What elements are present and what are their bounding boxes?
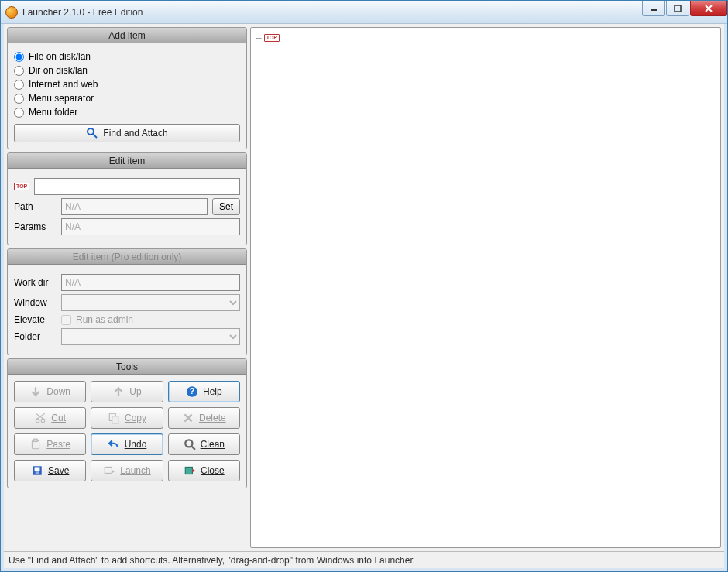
up-label: Up — [129, 386, 141, 397]
undo-button[interactable]: Undo — [91, 433, 163, 455]
radio-menu-folder-input[interactable] — [14, 108, 24, 118]
set-button[interactable]: Set — [212, 198, 240, 215]
radio-file-on-disk-label: File on disk/lan — [29, 51, 91, 62]
svg-rect-11 — [112, 416, 118, 423]
tree-top-badge-icon: TOP — [264, 34, 280, 42]
window-select — [61, 294, 240, 311]
close-tool-button[interactable]: Close — [168, 460, 240, 481]
svg-rect-20 — [185, 467, 192, 474]
radio-file-on-disk-input[interactable] — [14, 52, 24, 62]
top-badge-icon: TOP — [14, 183, 29, 190]
radio-menu-folder[interactable]: Menu folder — [14, 105, 240, 119]
up-button[interactable]: Up — [91, 381, 163, 402]
tree-view[interactable]: ····· TOP — [250, 27, 721, 548]
launch-button[interactable]: Launch — [91, 460, 163, 481]
tools-header: Tools — [8, 359, 246, 375]
edit-item-pro-header: Edit item (Pro edition only) — [8, 249, 246, 265]
svg-line-5 — [93, 134, 97, 138]
add-item-header: Add item — [8, 28, 246, 43]
window-title: Launcher 2.1.0 - Free Edition — [22, 7, 641, 18]
help-icon: ? — [186, 385, 198, 398]
clean-icon — [184, 438, 196, 450]
edit-item-pro-panel: Edit item (Pro edition only) Work dir Wi… — [7, 248, 247, 355]
radio-separator-input[interactable] — [14, 94, 24, 104]
paste-button[interactable]: Paste — [14, 433, 86, 455]
paste-label: Paste — [46, 439, 70, 450]
run-admin-checkbox — [61, 315, 71, 325]
svg-rect-18 — [36, 471, 39, 474]
minimize-button[interactable] — [642, 1, 665, 16]
radio-internet-label: Internet and web — [29, 79, 98, 90]
titlebar: Launcher 2.1.0 - Free Edition — [1, 1, 727, 24]
params-input[interactable] — [61, 218, 240, 235]
cut-button[interactable]: Cut — [14, 407, 86, 429]
help-button[interactable]: ? Help — [168, 381, 240, 402]
radio-dir-on-disk[interactable]: Dir on disk/lan — [14, 63, 240, 77]
close-button[interactable] — [690, 1, 727, 16]
app-icon — [5, 6, 18, 19]
cut-label: Cut — [51, 413, 66, 423]
run-admin-label: Run as admin — [76, 314, 133, 325]
copy-label: Copy — [125, 413, 146, 423]
radio-menu-folder-label: Menu folder — [29, 107, 77, 118]
maximize-button[interactable] — [666, 1, 689, 16]
launch-icon — [103, 464, 115, 477]
status-text: Use "Find and Attach" to add shortcuts. … — [9, 555, 415, 566]
close-tool-label: Close — [201, 465, 225, 476]
save-icon — [31, 464, 43, 477]
tools-panel: Tools Down Up ? — [7, 358, 247, 488]
radio-internet[interactable]: Internet and web — [14, 77, 240, 91]
svg-text:?: ? — [190, 386, 195, 396]
copy-icon — [108, 412, 120, 424]
item-name-input[interactable] — [34, 178, 240, 195]
clean-label: Clean — [201, 439, 225, 450]
save-label: Save — [48, 465, 69, 476]
delete-button[interactable]: Delete — [168, 407, 240, 429]
down-label: Down — [46, 386, 70, 397]
copy-button[interactable]: Copy — [91, 407, 163, 429]
radio-file-on-disk[interactable]: File on disk/lan — [14, 50, 240, 63]
workdir-input — [61, 274, 240, 291]
add-item-panel: Add item File on disk/lan Dir on disk/la… — [7, 27, 247, 149]
svg-rect-13 — [34, 439, 38, 441]
app-window: Launcher 2.1.0 - Free Edition Add item — [0, 0, 728, 572]
tree-root-item[interactable]: ····· TOP — [256, 33, 280, 43]
radio-separator-label: Menu separator — [29, 93, 94, 104]
search-icon — [86, 127, 98, 139]
svg-rect-19 — [105, 467, 112, 473]
svg-rect-17 — [35, 467, 40, 471]
statusbar: Use "Find and Attach" to add shortcuts. … — [4, 551, 724, 568]
delete-label: Delete — [199, 413, 226, 423]
left-pane: Add item File on disk/lan Dir on disk/la… — [7, 27, 247, 548]
clean-button[interactable]: Clean — [168, 433, 240, 455]
svg-rect-1 — [675, 5, 681, 12]
path-input[interactable] — [61, 198, 208, 215]
path-label: Path — [14, 201, 57, 212]
edit-item-panel: Edit item TOP Path Set Params — [7, 152, 247, 245]
save-button[interactable]: Save — [14, 460, 86, 481]
radio-internet-input[interactable] — [14, 80, 24, 90]
arrow-down-icon — [29, 385, 42, 398]
params-label: Params — [14, 221, 57, 232]
window-label: Window — [14, 297, 57, 308]
folder-select — [61, 328, 240, 345]
svg-point-4 — [88, 128, 94, 135]
undo-label: Undo — [125, 439, 147, 450]
main-split: Add item File on disk/lan Dir on disk/la… — [4, 24, 724, 551]
delete-icon — [182, 412, 194, 424]
launch-label: Launch — [120, 465, 150, 476]
undo-icon — [108, 438, 120, 450]
help-label: Help — [203, 386, 222, 397]
client-area: Add item File on disk/lan Dir on disk/la… — [1, 24, 727, 571]
radio-separator[interactable]: Menu separator — [14, 91, 240, 105]
scissors-icon — [34, 412, 46, 424]
paste-icon — [29, 438, 42, 450]
down-button[interactable]: Down — [14, 381, 86, 402]
radio-dir-on-disk-input[interactable] — [14, 66, 24, 76]
find-attach-button[interactable]: Find and Attach — [14, 124, 240, 142]
svg-point-14 — [185, 440, 192, 447]
svg-line-15 — [191, 446, 195, 450]
radio-dir-on-disk-label: Dir on disk/lan — [29, 65, 88, 76]
find-attach-label: Find and Attach — [103, 128, 167, 139]
elevate-label: Elevate — [14, 314, 57, 325]
